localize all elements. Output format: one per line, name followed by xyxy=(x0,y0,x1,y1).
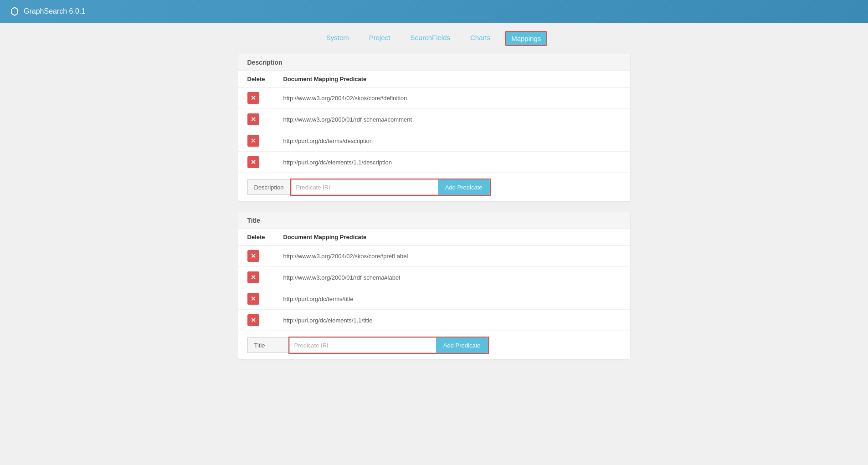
delete-button[interactable]: ✕ xyxy=(247,271,259,283)
table-row: ✕ http://www.w3.org/2000/01/rdf-schema#l… xyxy=(238,267,630,288)
predicate-url: http://purl.org/dc/elements/1.1/title xyxy=(274,310,630,331)
main-content: Description Delete Document Mapping Pred… xyxy=(229,54,639,388)
description-table: Delete Document Mapping Predicate ✕ http… xyxy=(238,71,630,173)
title-section-header: Title xyxy=(238,212,630,229)
title-table: Delete Document Mapping Predicate ✕ http… xyxy=(238,229,630,331)
predicate-url: http://purl.org/dc/elements/1.1/descript… xyxy=(274,152,630,173)
delete-button[interactable]: ✕ xyxy=(247,250,259,262)
description-add-row: Description Add Predicate xyxy=(238,173,630,201)
nav-charts[interactable]: Charts xyxy=(465,31,496,46)
app-logo: GraphSearch 6.0.1 xyxy=(9,6,85,17)
table-row: ✕ http://www.w3.org/2000/01/rdf-schema#c… xyxy=(238,109,630,130)
delete-button[interactable]: ✕ xyxy=(247,156,259,168)
nav-project[interactable]: Project xyxy=(364,31,396,46)
title-add-row: Title Add Predicate xyxy=(238,331,630,359)
description-section-title: Description xyxy=(247,59,282,66)
delete-button[interactable]: ✕ xyxy=(247,135,259,147)
predicate-url: http://purl.org/dc/terms/title xyxy=(274,288,630,310)
title-add-predicate-button[interactable]: Add Predicate xyxy=(436,337,488,353)
nav-mappings[interactable]: Mappings xyxy=(505,31,547,46)
description-predicate-input[interactable] xyxy=(291,179,438,195)
predicate-url: http://www.w3.org/2004/02/skos/core#pref… xyxy=(274,245,630,267)
description-predicate-col-header: Document Mapping Predicate xyxy=(274,71,630,87)
description-add-predicate-button[interactable]: Add Predicate xyxy=(438,179,490,195)
predicate-url: http://www.w3.org/2000/01/rdf-schema#com… xyxy=(274,109,630,130)
predicate-url: http://purl.org/dc/terms/description xyxy=(274,130,630,152)
delete-button[interactable]: ✕ xyxy=(247,293,259,305)
table-row: ✕ http://www.w3.org/2004/02/skos/core#pr… xyxy=(238,245,630,267)
description-section: Description Delete Document Mapping Pred… xyxy=(238,54,630,201)
predicate-url: http://www.w3.org/2004/02/skos/core#defi… xyxy=(274,87,630,109)
title-delete-col-header: Delete xyxy=(238,229,274,245)
table-row: ✕ http://www.w3.org/2004/02/skos/core#de… xyxy=(238,87,630,109)
app-header: GraphSearch 6.0.1 xyxy=(0,0,868,23)
title-section-title: Title xyxy=(247,217,261,224)
delete-button[interactable]: ✕ xyxy=(247,92,259,104)
nav-system[interactable]: System xyxy=(321,31,354,46)
description-input-wrapper: Add Predicate xyxy=(290,179,491,196)
description-add-label: Description xyxy=(247,179,290,195)
table-row: ✕ http://purl.org/dc/elements/1.1/descri… xyxy=(238,152,630,173)
title-predicate-input[interactable] xyxy=(289,337,436,353)
delete-button[interactable]: ✕ xyxy=(247,314,259,326)
title-section: Title Delete Document Mapping Predicate … xyxy=(238,212,630,359)
description-delete-col-header: Delete xyxy=(238,71,274,87)
title-input-wrapper: Add Predicate xyxy=(288,337,489,354)
description-section-header: Description xyxy=(238,54,630,71)
table-row: ✕ http://purl.org/dc/terms/title xyxy=(238,288,630,310)
main-nav: System Project SearchFields Charts Mappi… xyxy=(0,23,868,54)
delete-button[interactable]: ✕ xyxy=(247,113,259,125)
table-row: ✕ http://purl.org/dc/terms/description xyxy=(238,130,630,152)
predicate-url: http://www.w3.org/2000/01/rdf-schema#lab… xyxy=(274,267,630,288)
table-row: ✕ http://purl.org/dc/elements/1.1/title xyxy=(238,310,630,331)
logo-icon xyxy=(9,6,20,17)
nav-searchfields[interactable]: SearchFields xyxy=(405,31,456,46)
app-title: GraphSearch 6.0.1 xyxy=(24,7,85,15)
title-add-label: Title xyxy=(247,337,288,353)
title-predicate-col-header: Document Mapping Predicate xyxy=(274,229,630,245)
